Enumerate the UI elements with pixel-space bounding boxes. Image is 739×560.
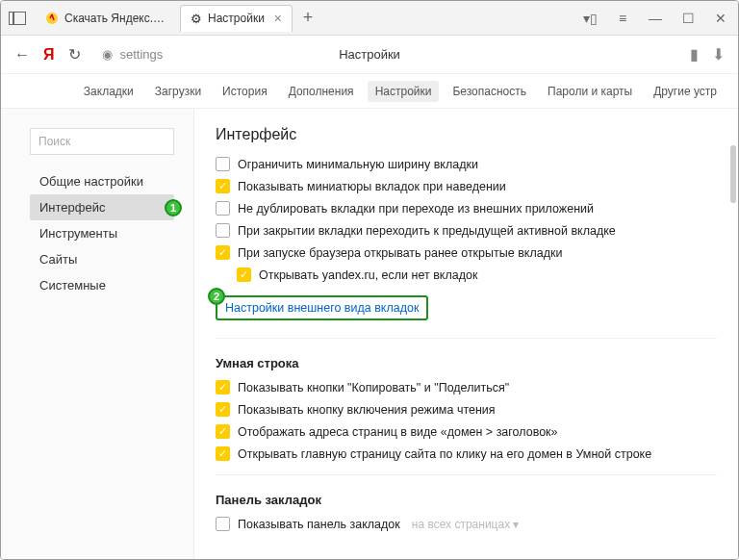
option-label: Показывать кнопки "Копировать" и "Подели…: [238, 381, 509, 395]
checkbox[interactable]: ✓: [216, 245, 230, 260]
sidebar-item[interactable]: Общие настройки: [30, 168, 174, 194]
ribbon-item[interactable]: История: [215, 81, 275, 102]
checkbox[interactable]: ✓: [216, 424, 230, 439]
search-input[interactable]: Поиск: [30, 128, 174, 155]
ribbon-item[interactable]: Безопасность: [445, 81, 534, 102]
gear-icon: ⚙: [191, 12, 202, 26]
ribbon-item[interactable]: Настройки: [368, 81, 440, 102]
maximize-button[interactable]: ☐: [678, 11, 698, 26]
option-row: ✓При запуске браузера открывать ранее от…: [216, 245, 717, 260]
sidebar-item[interactable]: Системные: [30, 272, 174, 298]
sidebar: Общие настройкиИнтерфейс1ИнструментыСайт…: [30, 168, 193, 298]
option-row: ✓Показывать кнопку включения режима чтен…: [216, 402, 717, 417]
checkbox[interactable]: ✓: [216, 179, 230, 193]
option-row: Показывать панель закладокна всех страни…: [216, 517, 717, 531]
option-label: Ограничить минимальную ширину вкладки: [238, 158, 478, 171]
bookmark-icon[interactable]: ▾▯: [580, 11, 599, 26]
ribbon-item[interactable]: Пароли и карты: [540, 81, 640, 102]
checkbox[interactable]: ✓: [216, 446, 230, 461]
option-row: ✓Открывать yandex.ru, если нет вкладок: [237, 267, 717, 282]
tab-label: Скачать Яндекс.Браузер д: [64, 12, 170, 25]
ribbon-item[interactable]: Закладки: [76, 81, 141, 102]
option-row: Не дублировать вкладки при переходе из в…: [216, 201, 717, 216]
ribbon-item[interactable]: Загрузки: [147, 81, 209, 102]
option-label: Показывать миниатюры вкладок при наведен…: [238, 180, 506, 193]
option-label: Показывать панель закладок: [238, 518, 400, 531]
minimize-button[interactable]: —: [646, 11, 665, 26]
url-text: settings: [120, 47, 164, 62]
page-title: Настройки: [339, 47, 400, 62]
scrollbar-thumb[interactable]: [730, 145, 736, 203]
callout-badge-2: 2: [208, 288, 225, 305]
back-button[interactable]: ←: [14, 46, 30, 64]
option-label: Отображать адреса страниц в виде «домен …: [238, 425, 558, 439]
option-row: Ограничить минимальную ширину вкладки: [216, 157, 717, 171]
option-label: Открывать yandex.ru, если нет вкладок: [259, 268, 477, 282]
close-icon[interactable]: ×: [274, 11, 282, 26]
option-label: Открывать главную страницу сайта по клик…: [238, 447, 651, 461]
menu-icon[interactable]: ≡: [613, 11, 632, 26]
tab-2[interactable]: ⚙ Настройки ×: [180, 5, 293, 32]
checkbox[interactable]: ✓: [216, 380, 230, 395]
option-row: При закрытии вкладки переходить к предыд…: [216, 223, 717, 238]
sidebar-item[interactable]: Сайты: [30, 246, 174, 272]
checkbox[interactable]: [216, 201, 230, 216]
address-bar[interactable]: ◉ settings Настройки: [94, 47, 677, 62]
option-row: ✓Показывать миниатюры вкладок при наведе…: [216, 179, 717, 193]
close-button[interactable]: ✕: [711, 11, 730, 26]
option-label: Показывать кнопку включения режима чтени…: [238, 403, 496, 417]
home-button[interactable]: Я: [43, 46, 55, 64]
ribbon-item[interactable]: Дополнения: [281, 81, 362, 102]
option-label: При закрытии вкладки переходить к предыд…: [238, 224, 616, 238]
option-row: ✓Показывать кнопки "Копировать" и "Подел…: [216, 380, 717, 395]
option-label: При запуске браузера открывать ранее отк…: [238, 246, 562, 260]
reload-button[interactable]: ↻: [68, 45, 81, 64]
sidebar-item[interactable]: Инструменты: [30, 220, 174, 246]
globe-icon: ◉: [102, 47, 113, 62]
checkbox[interactable]: ✓: [216, 402, 230, 417]
option-label: Не дублировать вкладки при переходе из в…: [238, 202, 594, 216]
option-row: ✓Отображать адреса страниц в виде «домен…: [216, 424, 717, 439]
ribbon-item[interactable]: Другие устр: [646, 81, 725, 102]
section-heading-bookmarks: Панель закладок: [216, 493, 717, 507]
callout-badge-1: 1: [165, 199, 182, 216]
settings-ribbon: ЗакладкиЗагрузкиИсторияДополненияНастрой…: [1, 74, 738, 109]
option-row: ✓Открывать главную страницу сайта по кли…: [216, 446, 717, 461]
checkbox[interactable]: [216, 157, 230, 171]
new-tab-button[interactable]: +: [300, 11, 316, 26]
tab-1[interactable]: Скачать Яндекс.Браузер д: [36, 5, 180, 32]
section-heading-smartbar: Умная строка: [216, 356, 717, 370]
checkbox[interactable]: [216, 223, 230, 238]
tab-label: Настройки: [208, 12, 265, 25]
bookmark-star-icon[interactable]: ▮: [690, 45, 699, 64]
sidebar-item[interactable]: Интерфейс1: [30, 194, 174, 220]
option-hint[interactable]: на всех страницах ▾: [412, 518, 520, 531]
settings-main: Интерфейс Ограничить минимальную ширину …: [193, 109, 738, 560]
tab-appearance-link[interactable]: Настройки внешнего вида вкладок: [216, 295, 428, 320]
svg-point-0: [46, 13, 58, 24]
checkbox[interactable]: [216, 517, 230, 531]
download-icon[interactable]: ⬇: [712, 45, 725, 64]
sidebar-toggle-icon[interactable]: [9, 12, 26, 25]
checkbox[interactable]: ✓: [237, 267, 251, 282]
section-heading-interface: Интерфейс: [216, 126, 717, 143]
yandex-icon: [45, 12, 59, 25]
